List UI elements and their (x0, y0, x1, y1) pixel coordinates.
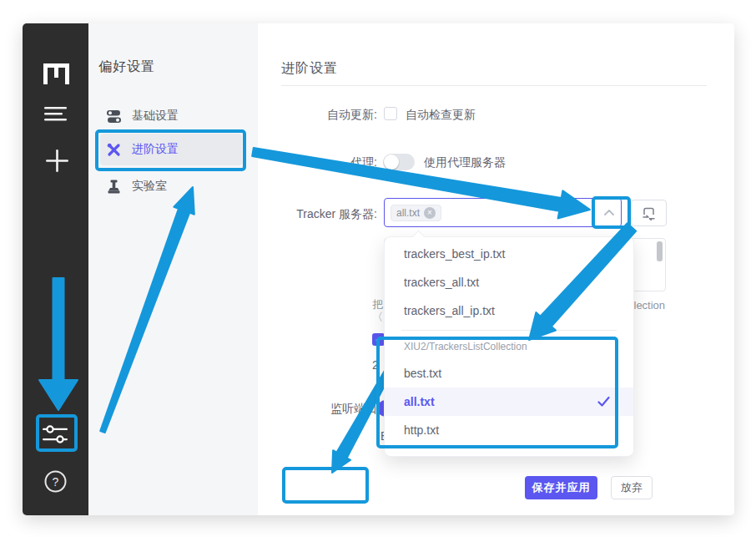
title-divider (281, 85, 707, 86)
discard-button[interactable]: 放弃 (611, 476, 653, 499)
dropdown-item-label: all.txt (404, 395, 435, 408)
collapse-caret-icon[interactable] (602, 206, 616, 220)
tracker-source-dropdown: trackers_best_ip.txt trackers_all.txt tr… (384, 236, 634, 457)
dropdown-item[interactable]: best.txt (385, 359, 633, 388)
lab-icon (107, 180, 121, 194)
dropdown-item[interactable]: trackers_best_ip.txt (385, 240, 633, 268)
nav-item-label: 实验室 (132, 179, 167, 194)
task-list-icon[interactable] (44, 107, 67, 121)
svg-text:?: ? (53, 475, 59, 489)
save-and-apply-button[interactable]: 保存并应用 (525, 476, 597, 499)
preferences-nav-panel: 偏好设置 基础设置 进阶设置 (88, 23, 258, 515)
sync-trackers-icon (642, 206, 656, 220)
textarea-scrollbar[interactable] (657, 241, 663, 261)
proxy-toggle[interactable] (383, 154, 415, 170)
page-title: 进阶设置 (281, 60, 338, 78)
nav-panel-title: 偏好设置 (98, 58, 155, 76)
sync-trackers-button[interactable] (631, 200, 667, 226)
basic-settings-icon (107, 109, 121, 124)
nav-item-label: 基础设置 (132, 109, 179, 124)
sidebar: ? (23, 23, 88, 515)
auto-update-checkbox[interactable] (384, 107, 397, 120)
nav-item-lab[interactable]: 实验室 (100, 170, 242, 202)
add-task-icon[interactable] (46, 149, 68, 172)
nav-item-basic-settings[interactable]: 基础设置 (100, 100, 242, 132)
tracker-tag-text: all.txt (396, 207, 420, 219)
number-fragment: 2 (372, 358, 379, 372)
proxy-toggle-label: 使用代理服务器 (424, 155, 506, 170)
sync-daily-checkbox[interactable]: ✓ (372, 333, 385, 346)
advanced-settings-icon (107, 143, 121, 157)
auto-update-checkbox-label: 自动检查更新 (406, 108, 476, 123)
tracker-tag: all.txt × (391, 205, 441, 221)
selected-check-icon (597, 396, 610, 408)
toggle-knob (384, 155, 399, 170)
nav-item-label: 进阶设置 (132, 142, 179, 157)
tracker-server-select[interactable]: all.txt × (384, 198, 622, 227)
dropdown-group-label: XIU2/TrackersListCollection (385, 334, 633, 359)
motrix-logo (43, 63, 69, 84)
dropdown-group-divider (401, 330, 617, 331)
dropdown-item-selected[interactable]: all.txt (385, 388, 633, 416)
listen-port-label: 监听端口 (259, 402, 377, 417)
auto-update-label: 自动更新: (259, 108, 377, 123)
dropdown-item[interactable]: trackers_all.txt (385, 268, 633, 296)
screen: ? 偏好设置 基础设置 进阶设置 (0, 0, 756, 537)
tag-remove-icon[interactable]: × (424, 207, 436, 219)
tracker-server-label: Tracker 服务器: (259, 207, 377, 222)
dropdown-item[interactable]: http.txt (385, 416, 633, 444)
nav-item-advanced-settings[interactable]: 进阶设置 (100, 134, 242, 165)
help-icon[interactable]: ? (44, 470, 67, 493)
preferences-sliders-icon[interactable] (43, 423, 68, 445)
dropdown-item[interactable]: trackers_all_ip.txt (385, 296, 633, 325)
proxy-label: 代理: (259, 155, 377, 170)
